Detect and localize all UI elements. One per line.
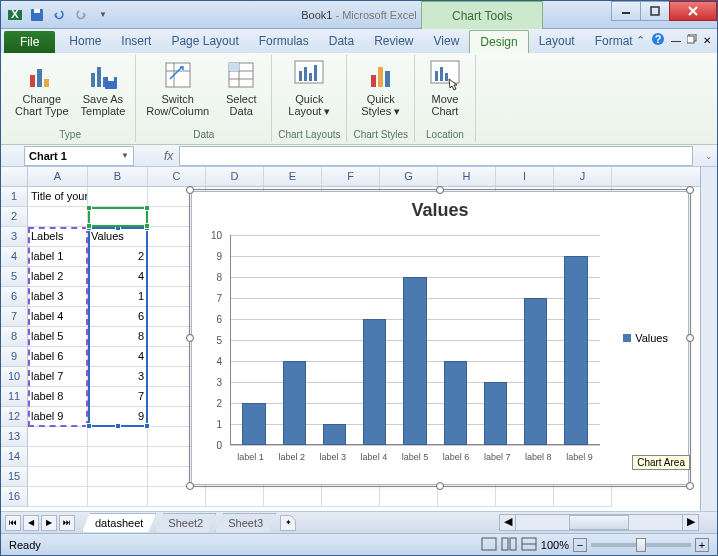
tab-nav-prev[interactable]: ◀: [23, 515, 39, 531]
qat-dropdown-icon[interactable]: ▼: [93, 5, 113, 25]
cell-B10[interactable]: 3: [88, 367, 148, 387]
tab-nav-last[interactable]: ⏭: [59, 515, 75, 531]
cell-E16[interactable]: [264, 487, 322, 507]
bar-label-9[interactable]: [564, 256, 587, 445]
row-header-6[interactable]: 6: [1, 287, 28, 307]
bar-label-4[interactable]: [363, 319, 386, 445]
worksheet-grid[interactable]: ABCDEFGHIJ 1Title of your table23LabelsV…: [1, 167, 717, 511]
cell-A11[interactable]: label 8: [28, 387, 88, 407]
ribbon-tab-page-layout[interactable]: Page Layout: [161, 30, 248, 53]
cell-B11[interactable]: 7: [88, 387, 148, 407]
cell-B12[interactable]: 9: [88, 407, 148, 427]
ribbon-tab-data[interactable]: Data: [319, 30, 364, 53]
row-header-16[interactable]: 16: [1, 487, 28, 507]
ribbon-button-save-as-template[interactable]: Save AsTemplate: [77, 57, 130, 127]
cell-B7[interactable]: 6: [88, 307, 148, 327]
name-box[interactable]: Chart 1▼: [24, 146, 134, 166]
row-header-9[interactable]: 9: [1, 347, 28, 367]
column-header-E[interactable]: E: [264, 167, 322, 186]
zoom-slider[interactable]: [591, 543, 691, 547]
cell-H16[interactable]: [438, 487, 496, 507]
cell-A7[interactable]: label 4: [28, 307, 88, 327]
row-header-12[interactable]: 12: [1, 407, 28, 427]
row-header-1[interactable]: 1: [1, 187, 28, 207]
bar-label-5[interactable]: [403, 277, 426, 445]
column-header-H[interactable]: H: [438, 167, 496, 186]
cell-B8[interactable]: 8: [88, 327, 148, 347]
cell-D16[interactable]: [206, 487, 264, 507]
cell-A8[interactable]: label 5: [28, 327, 88, 347]
sheet-tab-sheet2[interactable]: Sheet2: [155, 513, 216, 532]
column-header-F[interactable]: F: [322, 167, 380, 186]
bar-label-6[interactable]: [444, 361, 467, 445]
cell-A4[interactable]: label 1: [28, 247, 88, 267]
tab-nav-first[interactable]: ⏮: [5, 515, 21, 531]
cell-I16[interactable]: [496, 487, 554, 507]
zoom-in-button[interactable]: +: [695, 538, 709, 552]
vertical-scrollbar[interactable]: [700, 167, 717, 513]
maximize-button[interactable]: [640, 1, 670, 21]
cell-A16[interactable]: [28, 487, 88, 507]
cell-B16[interactable]: [88, 487, 148, 507]
ribbon-button-select-data[interactable]: SelectData: [217, 57, 265, 127]
save-icon[interactable]: [27, 5, 47, 25]
ribbon-tab-format[interactable]: Format: [585, 30, 643, 53]
row-header-14[interactable]: 14: [1, 447, 28, 467]
file-tab[interactable]: File: [4, 31, 55, 53]
chart-legend[interactable]: Values: [623, 332, 668, 344]
ribbon-tab-layout[interactable]: Layout: [529, 30, 585, 53]
row-header-15[interactable]: 15: [1, 467, 28, 487]
help-icon[interactable]: ?: [651, 32, 665, 48]
cell-B15[interactable]: [88, 467, 148, 487]
column-header-C[interactable]: C: [148, 167, 206, 186]
zoom-level[interactable]: 100%: [541, 539, 569, 551]
bar-label-8[interactable]: [524, 298, 547, 445]
cell-B6[interactable]: 1: [88, 287, 148, 307]
embedded-chart[interactable]: Values 012345678910 label 1label 2label …: [191, 191, 689, 485]
redo-icon[interactable]: [71, 5, 91, 25]
formula-bar[interactable]: [179, 146, 693, 166]
tab-nav-next[interactable]: ▶: [41, 515, 57, 531]
workbook-restore-icon[interactable]: [687, 34, 697, 46]
close-button[interactable]: [669, 1, 717, 21]
row-header-13[interactable]: 13: [1, 427, 28, 447]
sheet-tab-sheet3[interactable]: Sheet3: [215, 513, 276, 532]
column-header-J[interactable]: J: [554, 167, 612, 186]
row-header-10[interactable]: 10: [1, 367, 28, 387]
column-header-B[interactable]: B: [88, 167, 148, 186]
cell-B2[interactable]: [88, 207, 148, 227]
select-all-corner[interactable]: [1, 167, 28, 186]
ribbon-button-move-chart[interactable]: MoveChart: [421, 57, 469, 127]
column-header-I[interactable]: I: [496, 167, 554, 186]
bar-label-3[interactable]: [323, 424, 346, 445]
ribbon-button-switch-row/column[interactable]: SwitchRow/Column: [142, 57, 213, 127]
minimize-button[interactable]: [611, 1, 641, 21]
cell-G16[interactable]: [380, 487, 438, 507]
horizontal-scrollbar[interactable]: ◀ ▶: [499, 514, 699, 531]
row-header-2[interactable]: 2: [1, 207, 28, 227]
cell-A9[interactable]: label 6: [28, 347, 88, 367]
cell-A5[interactable]: label 2: [28, 267, 88, 287]
ribbon-tab-review[interactable]: Review: [364, 30, 423, 53]
bar-label-7[interactable]: [484, 382, 507, 445]
column-header-D[interactable]: D: [206, 167, 264, 186]
cell-B9[interactable]: 4: [88, 347, 148, 367]
cell-F16[interactable]: [322, 487, 380, 507]
view-layout-icon[interactable]: [501, 537, 517, 553]
row-header-8[interactable]: 8: [1, 327, 28, 347]
cell-A13[interactable]: [28, 427, 88, 447]
undo-icon[interactable]: [49, 5, 69, 25]
cell-A12[interactable]: label 9: [28, 407, 88, 427]
excel-icon[interactable]: X: [5, 5, 25, 25]
cell-A15[interactable]: [28, 467, 88, 487]
cell-B5[interactable]: 4: [88, 267, 148, 287]
cell-J16[interactable]: [554, 487, 612, 507]
view-normal-icon[interactable]: [481, 537, 497, 553]
workbook-minimize-icon[interactable]: —: [671, 35, 681, 46]
fx-icon[interactable]: fx: [164, 149, 173, 163]
row-header-3[interactable]: 3: [1, 227, 28, 247]
row-header-5[interactable]: 5: [1, 267, 28, 287]
cell-A1[interactable]: Title of your table: [28, 187, 88, 207]
cell-B14[interactable]: [88, 447, 148, 467]
ribbon-tab-design[interactable]: Design: [469, 30, 528, 53]
